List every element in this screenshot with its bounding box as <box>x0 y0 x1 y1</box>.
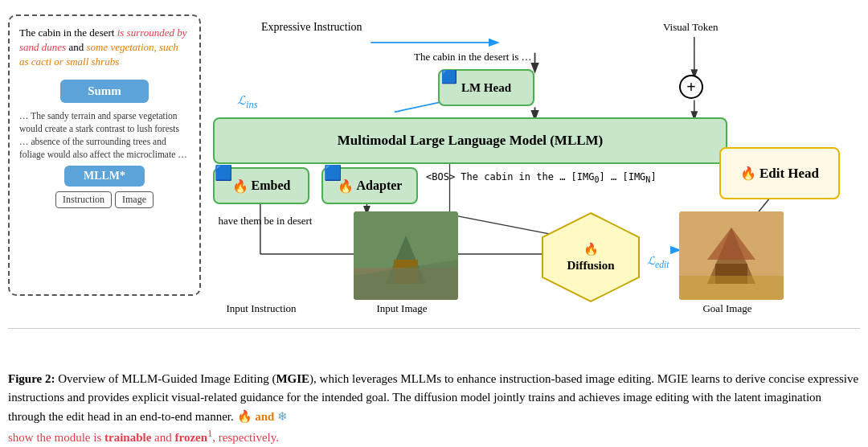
left-box-desc: … The sandy terrain and sparse vegetatio… <box>16 109 193 161</box>
fire-icon-embed: 🔥 <box>232 178 248 194</box>
l-ins-label: ℒins <box>237 93 258 111</box>
main-diagram: Expressive Instruction <box>213 6 860 328</box>
diagram-area: The cabin in the desert is surrounded by… <box>8 6 860 328</box>
left-box: The cabin in the desert is surrounded by… <box>8 14 201 296</box>
instruction-tag: Instruction <box>55 191 112 208</box>
and-label: and <box>255 410 274 423</box>
cabin-text-top: The cabin in the desert is … <box>414 51 532 64</box>
summ-box: Summ <box>60 80 149 103</box>
svg-marker-15 <box>542 213 639 301</box>
bos-text: <BOS> The cabin in the … [IMG0] … [IMGN] <box>426 171 657 184</box>
goal-image-label: Goal Image <box>687 302 768 315</box>
lm-head-label: LM Head <box>461 81 511 95</box>
caption-figure: Figure 2: <box>8 372 55 385</box>
cube-icon-lm: 🟦 <box>441 69 457 84</box>
caption: Figure 2: Overview of MLLM-Guided Image … <box>8 370 860 447</box>
mllm-box: Multimodal Large Language Model (MLLM) <box>213 117 727 164</box>
mllm-star-box: MLLM* <box>64 166 145 187</box>
mllm-box-label: Multimodal Large Language Model (MLLM) <box>338 133 604 149</box>
mllm-star-label: MLLM* <box>84 170 125 182</box>
cube-icon-adapter: 🟦 <box>324 164 342 182</box>
svg-text:🔥: 🔥 <box>583 242 599 256</box>
divider <box>8 328 860 329</box>
input-instruction-label: Input Instruction <box>213 302 309 315</box>
plus-circle: + <box>679 75 703 99</box>
fire-icon-edit-head: 🔥 <box>740 166 756 181</box>
fire-icon-caption: 🔥 <box>237 410 252 423</box>
svg-text:Diffusion: Diffusion <box>567 259 615 272</box>
edit-head-box: 🔥 Edit Head <box>719 147 840 199</box>
embed-label: Embed <box>252 178 291 193</box>
have-them-text: have them be in desert <box>217 214 313 228</box>
summ-label: Summ <box>88 84 121 97</box>
left-box-description: The cabin in the desert is surrounded by… <box>16 23 193 73</box>
goal-image <box>679 211 784 300</box>
adapter-label: Adapter <box>357 178 403 193</box>
cube-icon-embed: 🟦 <box>215 164 232 182</box>
input-image-label: Input Image <box>362 302 442 315</box>
visual-token-label: Visual Token <box>663 21 718 34</box>
snowflake-icon-caption: ❄ <box>277 410 288 423</box>
edit-head-label: Edit Head <box>760 166 819 182</box>
diffusion-hex-svg: 🔥 Diffusion <box>534 209 647 306</box>
expressive-instruction-label: Expressive Instruction <box>261 21 362 34</box>
diffusion-hex-container: 🔥 Diffusion <box>534 209 647 309</box>
instruction-image-row: Instruction Image <box>16 191 193 208</box>
l-edit-label: ℒedit <box>647 254 669 270</box>
svg-rect-27 <box>679 276 784 300</box>
caption-colored: show the module is trainable and frozen1… <box>8 431 279 444</box>
input-image <box>354 211 458 300</box>
caption-text: Overview of MLLM-Guided Image Editing (M… <box>8 372 858 423</box>
image-tag: Image <box>115 191 154 208</box>
